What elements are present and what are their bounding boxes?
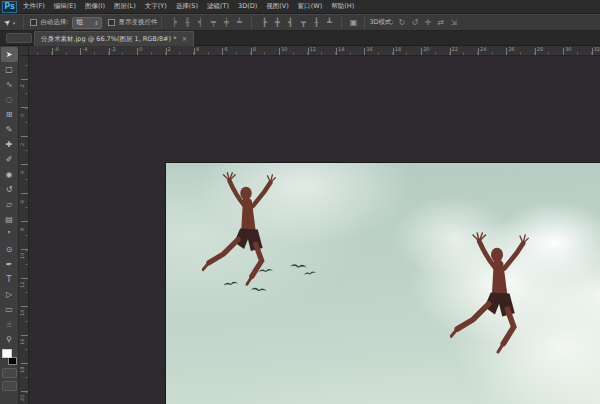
blur-tool-icon: ❜ bbox=[8, 231, 11, 239]
hruler-label: 24 bbox=[480, 46, 486, 52]
path-select-tool[interactable]: ▷ bbox=[1, 287, 18, 302]
menu-items: 文件(F)编辑(E)图像(I)图层(L)文字(Y)选择(S)滤镜(T)3D(D)… bbox=[23, 2, 354, 11]
shape-tool[interactable]: ▭ bbox=[1, 302, 18, 317]
align-buttons: ╞╫╡╤╪╧ bbox=[168, 17, 245, 29]
mode-3d-button-3[interactable]: ⇄ bbox=[435, 17, 447, 29]
hand-tool-icon: ☝ bbox=[7, 321, 12, 329]
distribute-button-3[interactable]: ┳ bbox=[297, 17, 309, 29]
menu-item-image[interactable]: 图像(I) bbox=[85, 2, 105, 11]
align-button-3[interactable]: ╤ bbox=[207, 17, 219, 29]
show-transform-checkbox[interactable] bbox=[108, 19, 115, 26]
crop-tool[interactable]: ⊞ bbox=[1, 107, 18, 122]
ruler-corner bbox=[19, 46, 29, 56]
hruler-label: 10 bbox=[281, 46, 287, 52]
photoshop-logo: Ps bbox=[2, 1, 17, 13]
healing-brush-tool-icon: ✚ bbox=[6, 141, 13, 149]
hruler-tick bbox=[308, 48, 309, 55]
mode-3d-button-2[interactable]: ✛ bbox=[422, 17, 434, 29]
menu-item-view[interactable]: 视图(V) bbox=[266, 2, 289, 11]
auto-select-checkbox[interactable] bbox=[30, 19, 37, 26]
dodge-tool[interactable]: ⊙ bbox=[1, 242, 18, 257]
hruler-label: -4 bbox=[82, 46, 87, 52]
hruler-label: 16 bbox=[366, 46, 372, 52]
vruler-label: 4 bbox=[19, 164, 25, 174]
shape-tool-icon: ▭ bbox=[5, 306, 13, 314]
align-button-2[interactable]: ╡ bbox=[194, 17, 206, 29]
distribute-button-1[interactable]: ╋ bbox=[271, 17, 283, 29]
move-tool[interactable]: ➤ bbox=[1, 47, 18, 62]
workspace-mini-button[interactable] bbox=[6, 33, 32, 43]
distribute-button-2[interactable]: ┫ bbox=[284, 17, 296, 29]
marquee-tool-icon: □ bbox=[5, 66, 13, 74]
zoom-tool[interactable]: ⚲ bbox=[1, 332, 18, 347]
gradient-tool[interactable]: ▤ bbox=[1, 212, 18, 227]
pen-tool[interactable]: ✒ bbox=[1, 257, 18, 272]
mode-3d-button-4[interactable]: ⇲ bbox=[448, 17, 460, 29]
menu-item-3d[interactable]: 3D(D) bbox=[238, 2, 257, 11]
align-button-0[interactable]: ╞ bbox=[168, 17, 180, 29]
quick-select-tool[interactable]: ◌ bbox=[1, 92, 18, 107]
healing-brush-tool[interactable]: ✚ bbox=[1, 137, 18, 152]
close-icon[interactable]: × bbox=[181, 35, 187, 43]
menu-item-edit[interactable]: 编辑(E) bbox=[54, 2, 76, 11]
auto-select-dropdown[interactable]: 组 ⇕ bbox=[72, 17, 102, 29]
align-button-4[interactable]: ╪ bbox=[220, 17, 232, 29]
mode-3d-button-0[interactable]: ↻ bbox=[396, 17, 408, 29]
hruler-tick bbox=[364, 48, 365, 55]
gradient-tool-icon: ▤ bbox=[5, 216, 13, 224]
clone-stamp-tool[interactable]: ◉ bbox=[1, 167, 18, 182]
distribute-button-0[interactable]: ┣ bbox=[258, 17, 270, 29]
mode-3d-buttons: ↻↺✛⇄⇲ bbox=[396, 17, 460, 29]
mode-3d-button-1[interactable]: ↺ bbox=[409, 17, 421, 29]
chevron-down-icon: ▾ bbox=[13, 20, 16, 26]
hand-tool[interactable]: ☝ bbox=[1, 317, 18, 332]
hruler-tick bbox=[421, 48, 422, 55]
type-tool[interactable]: T bbox=[1, 272, 18, 287]
workspace bbox=[29, 56, 600, 404]
document-canvas[interactable] bbox=[166, 163, 600, 404]
align-button-1[interactable]: ╫ bbox=[181, 17, 193, 29]
auto-select-value: 组 bbox=[76, 18, 83, 27]
menu-item-window[interactable]: 窗口(W) bbox=[298, 2, 323, 11]
quick-mask-button[interactable] bbox=[2, 368, 17, 378]
vertical-ruler[interactable]: -202468101214161820 bbox=[19, 56, 29, 404]
hruler-label: 4 bbox=[196, 46, 199, 52]
auto-align-layers-button[interactable]: ▣ bbox=[346, 17, 360, 29]
hruler-label: 20 bbox=[423, 46, 429, 52]
separator bbox=[364, 16, 365, 29]
menu-item-filter[interactable]: 滤镜(T) bbox=[207, 2, 229, 11]
foreground-color-swatch[interactable] bbox=[2, 349, 12, 358]
brush-tool[interactable]: ✐ bbox=[1, 152, 18, 167]
tool-list: ➤□∿◌⊞✎✚✐◉↺▱▤❜⊙✒T▷▭☝⚲ bbox=[1, 47, 18, 347]
history-brush-tool[interactable]: ↺ bbox=[1, 182, 18, 197]
menu-item-layer[interactable]: 图层(L) bbox=[114, 2, 136, 11]
bird-icon-4 bbox=[301, 261, 317, 282]
menu-item-select[interactable]: 选择(S) bbox=[176, 2, 198, 11]
blur-tool[interactable]: ❜ bbox=[1, 227, 18, 242]
screen-mode-button[interactable] bbox=[2, 381, 17, 391]
lasso-tool[interactable]: ∿ bbox=[1, 77, 18, 92]
distribute-button-4[interactable]: ╂ bbox=[310, 17, 322, 29]
menu-item-type[interactable]: 文字(Y) bbox=[145, 2, 167, 11]
path-select-tool-icon: ▷ bbox=[6, 291, 12, 299]
vruler-label: 16 bbox=[19, 335, 25, 345]
hruler-tick bbox=[450, 48, 451, 55]
eraser-tool[interactable]: ▱ bbox=[1, 197, 18, 212]
document-tab-bar: 分身术素材.jpg @ 66.7%(图层 1, RGB/8#) * × bbox=[0, 31, 600, 46]
hruler-tick bbox=[336, 48, 337, 55]
marquee-tool[interactable]: □ bbox=[1, 62, 18, 77]
eyedropper-tool[interactable]: ✎ bbox=[1, 122, 18, 137]
horizontal-ruler[interactable]: -6-4-202468101214161820222426283032 bbox=[19, 46, 600, 56]
hruler-label: -6 bbox=[54, 46, 59, 52]
background-color-swatch[interactable] bbox=[8, 357, 17, 365]
distribute-button-5[interactable]: ┻ bbox=[323, 17, 335, 29]
separator bbox=[23, 16, 24, 29]
align-button-5[interactable]: ╧ bbox=[233, 17, 245, 29]
hruler-tick bbox=[592, 48, 593, 55]
document-tab[interactable]: 分身术素材.jpg @ 66.7%(图层 1, RGB/8#) * × bbox=[34, 31, 194, 46]
tool-preset-picker[interactable]: ➤ ▾ bbox=[0, 18, 19, 27]
menu-item-help[interactable]: 帮助(H) bbox=[331, 2, 354, 11]
eyedropper-tool-icon: ✎ bbox=[6, 126, 13, 134]
menu-item-file[interactable]: 文件(F) bbox=[23, 2, 45, 11]
hruler-label: 30 bbox=[565, 46, 571, 52]
